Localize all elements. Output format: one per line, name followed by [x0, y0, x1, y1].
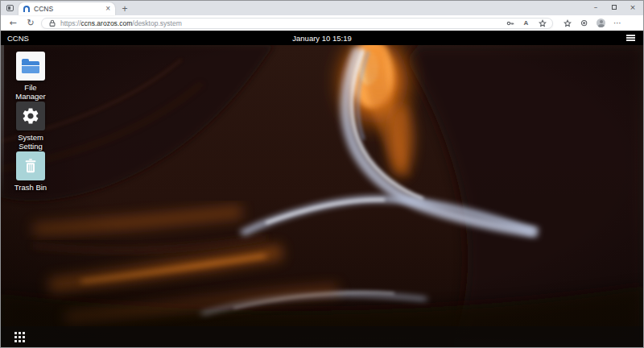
new-tab-button[interactable]: +: [117, 2, 133, 15]
desktop-icon-label: System Setting: [11, 133, 50, 151]
profile-avatar[interactable]: [597, 19, 605, 27]
lock-icon: [47, 19, 56, 27]
wallpaper-canyon: [1, 45, 643, 347]
url-scheme: https://: [60, 19, 81, 27]
address-bar-actions: A: [506, 19, 547, 27]
trash-glyph-icon: [21, 156, 40, 176]
os-top-bar: CCNS January 10 15:19: [1, 31, 643, 45]
settings-menu-button[interactable]: ⋯: [613, 19, 621, 27]
close-button[interactable]: ×: [629, 3, 637, 11]
system-setting-icon: [16, 102, 45, 130]
gear-icon: [21, 106, 40, 126]
tab-close-icon[interactable]: ×: [105, 5, 110, 13]
desktop-icon-trash-bin[interactable]: Trash Bin: [8, 151, 53, 192]
globe-plus-icon[interactable]: [580, 19, 588, 27]
minimize-button[interactable]: –: [592, 3, 600, 11]
desktop-icon-system-setting[interactable]: System Setting: [8, 102, 53, 151]
file-manager-icon: [16, 52, 45, 81]
tab-title: CCNS: [34, 5, 101, 13]
app-launcher-button[interactable]: [14, 332, 25, 342]
back-button[interactable]: ←: [6, 18, 20, 28]
desktop-icon-column: File Manager System Setting: [8, 52, 53, 192]
trash-bin-icon: [16, 151, 45, 180]
url-path: /desktop.system: [132, 19, 181, 27]
desktop[interactable]: File Manager System Setting: [1, 45, 643, 347]
os-clock: January 10 15:19: [1, 34, 643, 43]
address-bar[interactable]: https://ccns.arozos.com/desktop.system A: [41, 18, 553, 29]
password-key-icon[interactable]: [506, 19, 514, 27]
hamburger-menu-icon[interactable]: [625, 33, 637, 43]
toolbar-extensions: ⋯: [563, 19, 621, 27]
desktop-icon-file-manager[interactable]: File Manager: [8, 52, 53, 101]
desktop-icon-label: Trash Bin: [11, 183, 50, 192]
url-host: ccns.arozos.com: [81, 19, 133, 27]
tab-actions-button[interactable]: [1, 1, 19, 15]
read-aloud-icon[interactable]: A: [522, 19, 530, 27]
os-host-label: CCNS: [7, 34, 29, 43]
url-text: https://ccns.arozos.com/desktop.system: [60, 19, 502, 27]
tab-strip: CCNS × + – ×: [1, 1, 643, 15]
window-controls: – ×: [592, 1, 640, 14]
refresh-button[interactable]: ↻: [23, 18, 38, 28]
add-favorite-star-icon[interactable]: [538, 19, 547, 27]
arozos-favicon-icon: [23, 6, 30, 12]
folder-glyph-icon: [22, 61, 39, 73]
browser-toolbar: ← ↻ https://ccns.arozos.com/desktop.syst…: [1, 15, 643, 31]
maximize-icon: [612, 5, 617, 10]
collections-star-icon[interactable]: [563, 19, 572, 27]
taskbar: [1, 326, 643, 347]
page-content: CCNS January 10 15:19: [1, 31, 643, 347]
browser-tab[interactable]: CCNS ×: [19, 2, 115, 15]
tab-actions-icon: [6, 5, 14, 11]
browser-window: CCNS × + – × ← ↻ https://ccns.arozos.com…: [0, 0, 644, 348]
maximize-button[interactable]: [610, 3, 618, 11]
desktop-icon-label: File Manager: [11, 83, 50, 101]
